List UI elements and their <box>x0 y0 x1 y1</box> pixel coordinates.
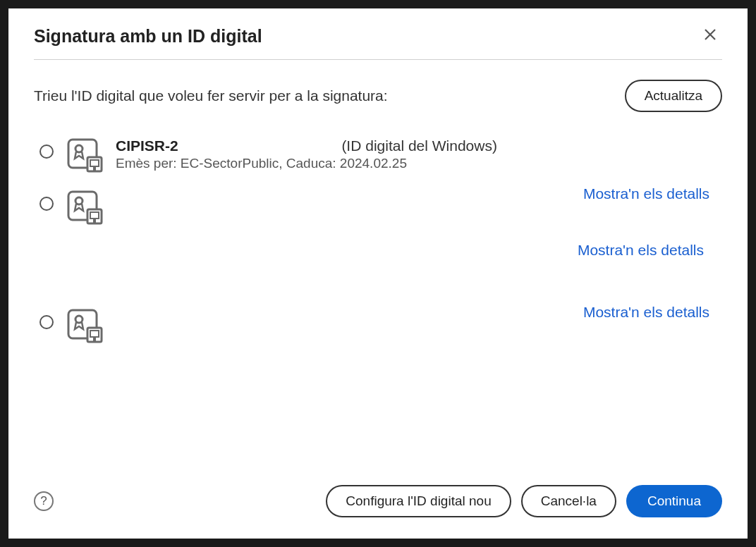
close-icon <box>704 28 717 41</box>
configure-new-id-button[interactable]: Configura l'ID digital nou <box>326 485 511 517</box>
redacted-block <box>66 242 482 284</box>
dialog-footer: ? Configura l'ID digital nou Cancel·la C… <box>8 468 748 539</box>
certificate-issuer: Emès per: EC-SectorPublic, Caduca: 2024.… <box>116 156 712 171</box>
certificate-title: CIPISR-2 (ID digital del Windows) <box>116 137 712 154</box>
instruction-text: Trieu l'ID digital que voleu fer servir … <box>34 87 388 104</box>
close-button[interactable] <box>698 24 722 48</box>
show-details-link[interactable]: Mostra'n els detalls <box>583 304 709 321</box>
certificate-row[interactable]: CIPISR-2 (ID digital del Windows) Emès p… <box>34 129 718 181</box>
certificate-icon <box>66 190 103 225</box>
footer-left: ? <box>34 491 54 511</box>
show-details-link[interactable]: Mostra'n els detalls <box>578 242 704 259</box>
certificate-list-container: CIPISR-2 (ID digital del Windows) Emès p… <box>34 129 722 468</box>
dialog-title: Signatura amb un ID digital <box>34 26 262 47</box>
svg-point-3 <box>75 145 83 152</box>
svg-point-8 <box>75 197 83 204</box>
cancel-button[interactable]: Cancel·la <box>521 485 616 517</box>
certificate-name: CIPISR-2 <box>116 137 178 154</box>
certificate-radio[interactable] <box>39 197 54 211</box>
footer-right: Configura l'ID digital nou Cancel·la Con… <box>326 485 722 517</box>
refresh-button[interactable]: Actualitza <box>625 80 722 112</box>
svg-rect-16 <box>93 337 96 341</box>
certificate-icon <box>66 137 103 173</box>
certificate-list-scroll[interactable]: CIPISR-2 (ID digital del Windows) Emès p… <box>34 129 722 383</box>
svg-rect-11 <box>93 219 96 223</box>
help-button[interactable]: ? <box>34 491 54 511</box>
certificate-radio[interactable] <box>39 145 54 159</box>
show-details-link[interactable]: Mostra'n els detalls <box>583 185 709 202</box>
continue-button[interactable]: Continua <box>626 485 722 517</box>
certificate-info: CIPISR-2 (ID digital del Windows) Emès p… <box>116 137 712 171</box>
svg-point-13 <box>75 316 83 323</box>
certificate-suffix: (ID digital del Windows) <box>341 137 497 154</box>
help-icon: ? <box>40 494 47 508</box>
digital-id-signature-dialog: Signatura amb un ID digital Trieu l'ID d… <box>8 8 748 539</box>
instruction-row: Trieu l'ID digital que voleu fer servir … <box>34 80 722 112</box>
dialog-header: Signatura amb un ID digital <box>8 8 748 59</box>
dialog-content: Trieu l'ID digital que voleu fer servir … <box>8 60 748 468</box>
svg-rect-6 <box>93 166 96 171</box>
certificate-row[interactable]: Mostra'n els detalls <box>34 300 718 352</box>
certificate-icon <box>66 308 103 343</box>
certificate-row-redacted: Mostra'n els detalls <box>34 233 718 300</box>
certificate-row[interactable]: Mostra'n els detalls <box>34 181 718 233</box>
certificate-radio[interactable] <box>39 315 54 329</box>
